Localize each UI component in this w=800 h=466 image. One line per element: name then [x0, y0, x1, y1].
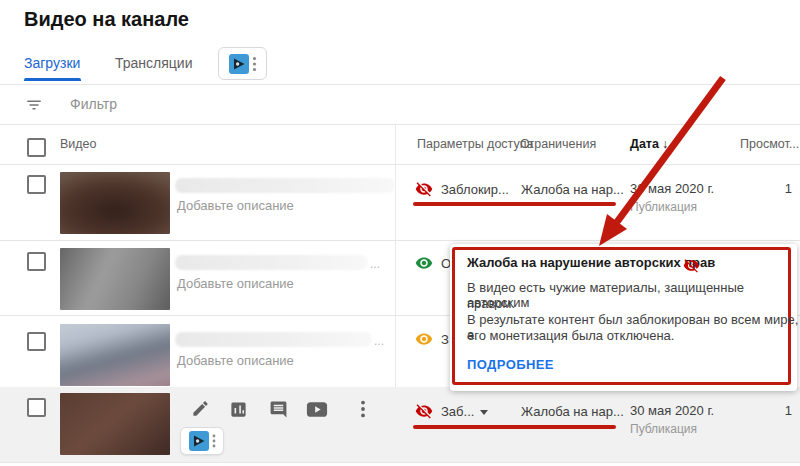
tab-uploads[interactable]: Загрузки — [24, 55, 80, 71]
select-checkbox[interactable] — [27, 175, 46, 194]
blocked-visibility-icon — [683, 257, 700, 274]
sort-desc-icon[interactable]: ↓ — [662, 137, 668, 151]
edit-pencil-icon[interactable] — [191, 399, 210, 418]
select-all-checkbox[interactable] — [27, 138, 46, 157]
tab-uploads-label: Загрузки — [24, 55, 80, 71]
select-checkbox[interactable] — [27, 332, 46, 351]
access-status: З — [441, 332, 449, 347]
column-header-restrictions[interactable]: Ограничения — [520, 137, 596, 151]
more-details-link[interactable]: ПОДРОБНЕЕ — [467, 357, 554, 372]
divider — [0, 240, 800, 241]
dropdown-caret-icon[interactable] — [480, 410, 488, 415]
views-count: 1 — [732, 181, 792, 196]
blocked-visibility-icon — [415, 180, 433, 198]
tooltip-text-line: правом. — [467, 296, 515, 311]
add-description-link[interactable]: Добавьте описание — [177, 198, 294, 213]
active-tab-underline — [24, 78, 81, 81]
title-ellipsis: ... — [370, 257, 380, 271]
title-ellipsis: ... — [374, 334, 384, 348]
add-description-link[interactable]: Добавьте описание — [177, 353, 294, 368]
extension-button[interactable] — [218, 47, 267, 80]
tooltip-title: Жалоба на нарушение авторских прав — [467, 255, 715, 270]
column-header-date[interactable]: Дата — [630, 137, 659, 151]
annotation-underline — [413, 202, 616, 206]
access-status: Заблокир... — [441, 182, 509, 197]
page-title: Видео на канале — [24, 8, 189, 31]
access-status-dropdown[interactable]: Заб... — [441, 404, 474, 419]
more-options-icon[interactable] — [360, 400, 366, 418]
divider — [0, 462, 800, 463]
restriction-label[interactable]: Жалоба на нар... — [521, 182, 624, 197]
video-date: 30 мая 2020 г. — [630, 181, 714, 196]
video-date: 30 мая 2020 г. — [630, 403, 714, 418]
tab-streams[interactable]: Трансляции — [115, 55, 192, 71]
tab-streams-label: Трансляции — [115, 55, 192, 71]
extension-play-icon — [189, 431, 209, 451]
kebab-menu-icon[interactable] — [252, 56, 257, 72]
comments-icon[interactable] — [269, 400, 288, 419]
column-header-video[interactable]: Видео — [60, 137, 97, 151]
video-thumbnail[interactable] — [60, 172, 170, 234]
kebab-menu-icon[interactable] — [212, 434, 216, 448]
blurred-video-title — [175, 255, 368, 270]
blurred-video-title — [175, 332, 372, 347]
extension-play-icon — [229, 54, 249, 74]
extension-badge[interactable] — [180, 427, 224, 455]
select-checkbox[interactable] — [27, 398, 46, 417]
date-note: Публикация — [630, 422, 697, 436]
restriction-label[interactable]: Жалоба на нар... — [521, 404, 624, 419]
video-thumbnail[interactable] — [60, 324, 170, 386]
views-count: 1 — [732, 403, 792, 418]
tooltip-text-line: В видео есть чужие материалы, защищенные… — [467, 280, 800, 310]
video-thumbnail[interactable] — [60, 248, 170, 310]
divider — [0, 164, 800, 165]
youtube-watch-icon[interactable] — [306, 401, 328, 418]
public-visibility-icon — [415, 254, 433, 272]
filter-icon[interactable] — [25, 96, 43, 114]
blurred-video-title — [175, 178, 395, 193]
add-description-link[interactable]: Добавьте описание — [177, 276, 294, 291]
select-checkbox[interactable] — [27, 252, 46, 271]
tooltip-text-line: его монетизация была отключена. — [467, 328, 674, 343]
limited-visibility-icon — [415, 330, 433, 348]
blocked-visibility-icon — [415, 402, 433, 420]
date-note: Публикация — [630, 200, 697, 214]
divider — [0, 84, 800, 85]
filter-input[interactable]: Фильтр — [70, 96, 117, 112]
divider — [0, 124, 800, 125]
video-thumbnail[interactable] — [60, 393, 170, 455]
column-header-views[interactable]: Просмот... — [740, 137, 799, 151]
youtube-studio-channel-videos-page: Видео на канале Загрузки Трансляции Филь… — [0, 0, 800, 466]
analytics-icon[interactable] — [229, 400, 248, 419]
annotation-underline — [413, 425, 616, 429]
column-header-access[interactable]: Параметры доступа — [417, 137, 533, 151]
